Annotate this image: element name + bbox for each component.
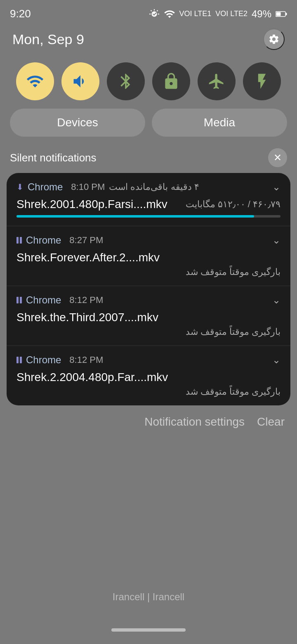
- notif-3-top-row: Chrome 8:12 PM ⌄: [16, 294, 280, 306]
- notif-2-top-row: Chrome 8:27 PM ⌄: [16, 234, 280, 246]
- flashlight-tile[interactable]: [243, 62, 281, 100]
- notif-4-app-name: Chrome: [26, 354, 61, 366]
- bottom-actions-row: Notification settings Clear: [0, 405, 297, 438]
- notif-1-filename: Shrek.2001.480p.Farsi....mkv: [16, 198, 167, 211]
- notif-3-expand-icon[interactable]: ⌄: [272, 294, 280, 306]
- volume-tile[interactable]: [61, 62, 99, 100]
- silent-notifications-header: Silent notifications ✕: [0, 145, 297, 173]
- home-indicator[interactable]: [111, 628, 186, 632]
- notif-2-expand-icon[interactable]: ⌄: [272, 234, 280, 246]
- notif-4-app-row: Chrome 8:12 PM: [16, 354, 103, 366]
- lte2-label: VOI LTE2: [215, 9, 248, 18]
- tab-row: Devices Media: [0, 109, 297, 145]
- notif-1-expand-icon[interactable]: ⌄: [272, 181, 280, 193]
- notif-4-sub: بارگیری موقتاً متوقف شد: [16, 386, 280, 397]
- notification-item-2: Chrome 8:27 PM ⌄ Shrek.Forever.After.2..…: [7, 226, 290, 286]
- airplane-tile-icon: [207, 72, 226, 90]
- wifi-status-icon: [164, 8, 175, 20]
- notif-4-expand-icon[interactable]: ⌄: [272, 354, 280, 366]
- screen-lock-tile[interactable]: [152, 62, 190, 100]
- airplane-tile[interactable]: [198, 62, 236, 100]
- settings-gear-button[interactable]: [263, 28, 285, 50]
- notif-3-sub: بارگیری موقتاً متوقف شد: [16, 327, 280, 337]
- notifications-panel: ⬇ Chrome 8:10 PM ۴ دقیقه باقی‌مانده است …: [7, 173, 290, 405]
- download-icon: ⬇: [16, 182, 24, 192]
- tab-media[interactable]: Media: [152, 109, 287, 137]
- status-bar: 9:20 VOI LTE1 VOI LTE2 49%: [0, 0, 297, 24]
- notif-4-top-row: Chrome 8:12 PM ⌄: [16, 354, 280, 366]
- notif-2-time: 8:27 PM: [69, 235, 103, 246]
- notif-2-app-row: Chrome 8:27 PM: [16, 234, 103, 246]
- clock: 9:20: [10, 7, 31, 20]
- wifi-tile[interactable]: [16, 62, 54, 100]
- volume-tile-icon: [71, 72, 90, 90]
- alarm-icon: [149, 9, 160, 19]
- battery-percent: 49%: [252, 8, 271, 20]
- clear-button[interactable]: Clear: [257, 415, 285, 429]
- quick-settings-header: Mon, Sep 9: [0, 24, 297, 58]
- pause-icon-3: [16, 297, 22, 303]
- notif-3-app-name: Chrome: [26, 294, 61, 306]
- tab-devices[interactable]: Devices: [10, 109, 145, 137]
- svg-rect-1: [286, 13, 287, 15]
- notification-item-4: Chrome 8:12 PM ⌄ Shrek.2.2004.480p.Far..…: [7, 346, 290, 405]
- status-icons: VOI LTE1 VOI LTE2 49%: [149, 8, 287, 20]
- notif-1-progress-fill: [16, 215, 254, 218]
- flashlight-tile-icon: [253, 72, 271, 90]
- bluetooth-tile[interactable]: [107, 62, 145, 100]
- gear-icon: [268, 33, 280, 45]
- notif-2-app-name: Chrome: [26, 234, 61, 246]
- lte1-label: VOI LTE1: [179, 9, 212, 18]
- notif-2-filename: Shrek.Forever.After.2....mkv: [16, 251, 280, 264]
- svg-rect-2: [276, 12, 281, 16]
- notif-4-filename: Shrek.2.2004.480p.Far....mkv: [16, 371, 280, 384]
- pause-icon-2: [16, 237, 22, 244]
- notification-item-1: ⬇ Chrome 8:10 PM ۴ دقیقه باقی‌مانده است …: [7, 173, 290, 226]
- bluetooth-tile-icon: [117, 72, 135, 90]
- notif-3-app-row: Chrome 8:12 PM: [16, 294, 103, 306]
- notif-3-filename: Shrek.the.Third.2007....mkv: [16, 311, 280, 324]
- notif-3-time: 8:12 PM: [69, 295, 103, 305]
- notification-settings-button[interactable]: Notification settings: [144, 415, 245, 429]
- carrier-label: Irancell | Irancell: [0, 591, 297, 603]
- notif-2-sub: بارگیری موقتاً متوقف شد: [16, 267, 280, 277]
- wifi-tile-icon: [26, 72, 44, 90]
- notif-1-app-row: ⬇ Chrome 8:10 PM ۴ دقیقه باقی‌مانده است: [16, 181, 199, 193]
- lock-tile-icon: [162, 72, 180, 90]
- silent-notifications-label: Silent notifications: [10, 152, 97, 164]
- notification-item-3: Chrome 8:12 PM ⌄ Shrek.the.Third.2007...…: [7, 286, 290, 346]
- close-silent-button[interactable]: ✕: [268, 148, 287, 167]
- notif-1-app-name: Chrome: [28, 181, 63, 193]
- pause-icon-4: [16, 357, 22, 363]
- notif-4-time: 8:12 PM: [69, 355, 103, 365]
- notif-1-rtl-text: ۴ دقیقه باقی‌مانده است: [109, 182, 199, 192]
- notif-1-time: 8:10 PM: [71, 182, 105, 192]
- date-display: Mon, Sep 9: [12, 31, 84, 47]
- notif-1-top-row: ⬇ Chrome 8:10 PM ۴ دقیقه باقی‌مانده است …: [16, 181, 280, 193]
- battery-icon: [276, 10, 287, 18]
- notif-1-size-row: Shrek.2001.480p.Farsi....mkv ۴۶۰٫۷۹ / ۵۱…: [16, 198, 280, 211]
- notif-1-size: ۴۶۰٫۷۹ / ۵۱۲٫۰۰ مگابایت: [186, 199, 280, 210]
- notif-1-progress-container: [16, 215, 280, 218]
- quick-tiles-row: [0, 58, 297, 109]
